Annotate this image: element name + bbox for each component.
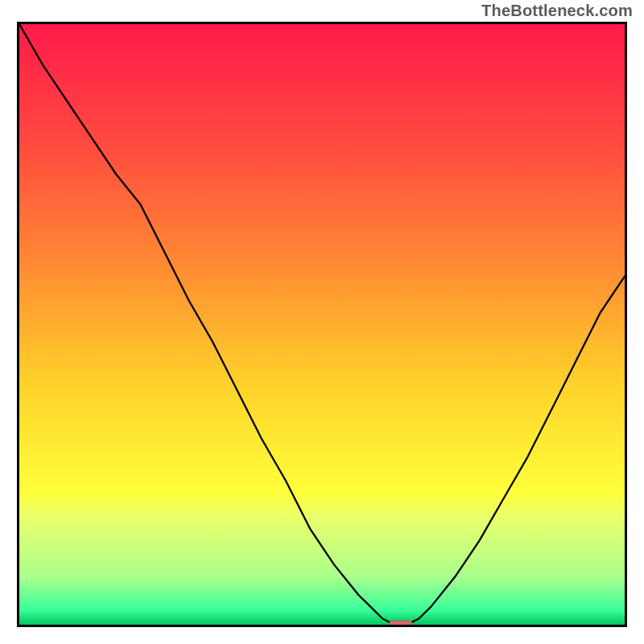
plot-frame <box>17 22 627 627</box>
attribution-label: TheBottleneck.com <box>481 2 633 20</box>
gradient-background <box>19 24 625 625</box>
optimal-point-marker <box>389 621 413 625</box>
chart-container: TheBottleneck.com <box>0 0 644 644</box>
plot-svg <box>19 24 625 625</box>
